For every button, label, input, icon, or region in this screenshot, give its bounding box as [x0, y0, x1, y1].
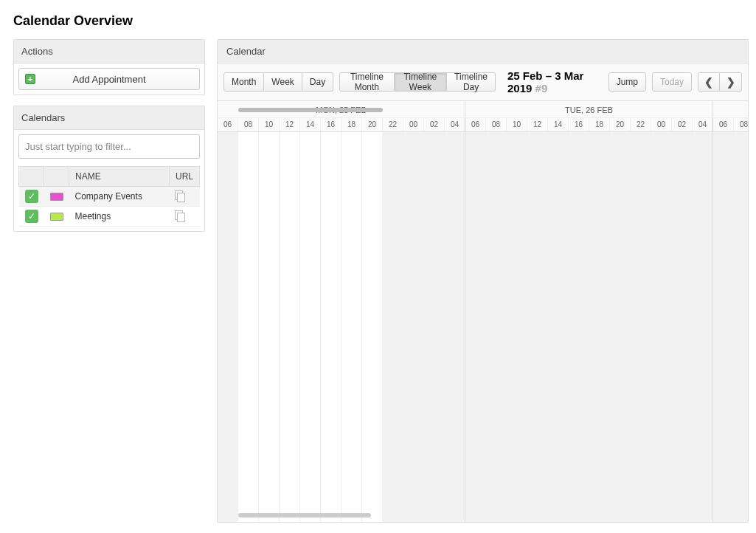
- calendar-header: Calendar: [218, 40, 748, 63]
- timeline-cell[interactable]: [424, 132, 445, 522]
- calendar-name: Meetings: [69, 207, 170, 227]
- view-day[interactable]: Day: [302, 72, 333, 92]
- hour-header: 10: [259, 118, 280, 131]
- timeline-cell[interactable]: [672, 132, 693, 522]
- timeline-cell[interactable]: [445, 132, 465, 522]
- jump-button[interactable]: Jump: [608, 72, 646, 92]
- view-timeline-day[interactable]: Timeline Day: [447, 72, 496, 92]
- calendar-color-swatch: [50, 213, 63, 221]
- timeline-cell[interactable]: [362, 132, 383, 522]
- calendar-filter-input[interactable]: [18, 134, 200, 159]
- timeline-cell[interactable]: [651, 132, 672, 522]
- calendar-checkbox[interactable]: ✓: [25, 210, 38, 223]
- hour-header: 04: [693, 118, 713, 131]
- view-month[interactable]: Month: [223, 72, 264, 92]
- page-title: Calendar Overview: [13, 13, 749, 29]
- timeline-cell[interactable]: [259, 132, 280, 522]
- hour-header: 06: [218, 118, 238, 131]
- hour-header: 00: [403, 118, 424, 131]
- col-url: URL: [169, 167, 199, 187]
- chevron-right-icon: ❯: [726, 76, 735, 88]
- timeline-cell[interactable]: [486, 132, 507, 522]
- calendars-table: NAME URL ✓Company Events✓Meetings: [18, 166, 200, 227]
- hour-header: 02: [672, 118, 693, 131]
- hour-header: 16: [569, 118, 589, 131]
- hour-header: 20: [362, 118, 383, 131]
- hour-header: 08: [734, 118, 748, 131]
- timeline-cell[interactable]: [548, 132, 569, 522]
- hour-header: 12: [527, 118, 548, 131]
- hour-header: 08: [486, 118, 507, 131]
- today-button[interactable]: Today: [652, 72, 692, 92]
- calendar-name: Company Events: [69, 187, 170, 207]
- sidebar: Actions + Add Appointment Calendars: [13, 39, 205, 242]
- timeline-cell[interactable]: [610, 132, 631, 522]
- timeline-cell[interactable]: [465, 132, 486, 522]
- calendar-color-swatch: [50, 193, 63, 201]
- calendars-header: Calendars: [14, 106, 204, 130]
- hour-header: 20: [610, 118, 631, 131]
- hour-header: 10: [507, 118, 527, 131]
- hour-header: 06: [465, 118, 486, 131]
- timeline-range-scrollbar[interactable]: [238, 108, 383, 112]
- timeline-cell[interactable]: [300, 132, 321, 522]
- view-timeline-week[interactable]: Timeline Week: [395, 72, 448, 92]
- hour-header: 14: [548, 118, 569, 131]
- hour-header: 22: [631, 118, 651, 131]
- actions-header: Actions: [14, 40, 204, 63]
- timeline-cell[interactable]: [383, 132, 403, 522]
- timeline-cell[interactable]: [507, 132, 527, 522]
- timeline-cell[interactable]: [527, 132, 548, 522]
- hour-header: 18: [341, 118, 362, 131]
- actions-panel: Actions + Add Appointment: [13, 39, 205, 95]
- prev-button[interactable]: ❮: [698, 72, 720, 92]
- calendar-main: Calendar MonthWeekDay Timeline MonthTime…: [217, 39, 749, 523]
- calendar-checkbox[interactable]: ✓: [25, 190, 38, 203]
- table-row[interactable]: ✓Company Events: [19, 187, 200, 207]
- hour-header: 18: [589, 118, 610, 131]
- day-header: TUE, 26 FEB: [465, 101, 713, 118]
- calendars-panel: Calendars NAME URL ✓Company Events✓: [13, 106, 205, 232]
- hour-header: 16: [321, 118, 341, 131]
- hour-header: 02: [424, 118, 445, 131]
- hour-header: 14: [300, 118, 321, 131]
- hour-header: 06: [713, 118, 734, 131]
- timeline-grid[interactable]: [218, 132, 748, 522]
- timeline-cell[interactable]: [218, 132, 238, 522]
- horizontal-scrollbar[interactable]: [238, 513, 371, 517]
- col-name: NAME: [69, 167, 170, 187]
- hour-header: 12: [280, 118, 300, 131]
- copy-url-icon[interactable]: [175, 210, 185, 221]
- view-timeline-month[interactable]: Timeline Month: [339, 72, 394, 92]
- hour-header: 04: [445, 118, 465, 131]
- timeline-cell[interactable]: [713, 132, 734, 522]
- copy-url-icon[interactable]: [175, 190, 185, 201]
- timeline-cell[interactable]: [569, 132, 589, 522]
- calendar-toolbar: MonthWeekDay Timeline MonthTimeline Week…: [218, 63, 748, 100]
- view-week[interactable]: Week: [264, 72, 302, 92]
- hour-header: 00: [651, 118, 672, 131]
- timeline: MON, 25 FEBTUE, 26 FEBWED, 27 FEB 060810…: [218, 100, 748, 522]
- next-button[interactable]: ❯: [720, 72, 742, 92]
- timeline-cell[interactable]: [403, 132, 424, 522]
- chevron-left-icon: ❮: [704, 76, 713, 88]
- timeline-cell[interactable]: [238, 132, 259, 522]
- plus-icon: +: [25, 74, 35, 84]
- day-header: WED, 27 FEB: [713, 101, 748, 118]
- date-range: 25 Feb – 3 Mar 2019 #9: [507, 69, 594, 94]
- timeline-cell[interactable]: [734, 132, 748, 522]
- add-appointment-label: Add Appointment: [72, 74, 145, 85]
- hour-header: 08: [238, 118, 259, 131]
- timeline-cell[interactable]: [589, 132, 610, 522]
- timeline-cell[interactable]: [693, 132, 713, 522]
- timeline-cell[interactable]: [341, 132, 362, 522]
- timeline-cell[interactable]: [321, 132, 341, 522]
- timeline-cell[interactable]: [631, 132, 651, 522]
- hour-header: 22: [383, 118, 403, 131]
- table-row[interactable]: ✓Meetings: [19, 207, 200, 227]
- add-appointment-button[interactable]: + Add Appointment: [18, 68, 200, 90]
- timeline-cell[interactable]: [280, 132, 300, 522]
